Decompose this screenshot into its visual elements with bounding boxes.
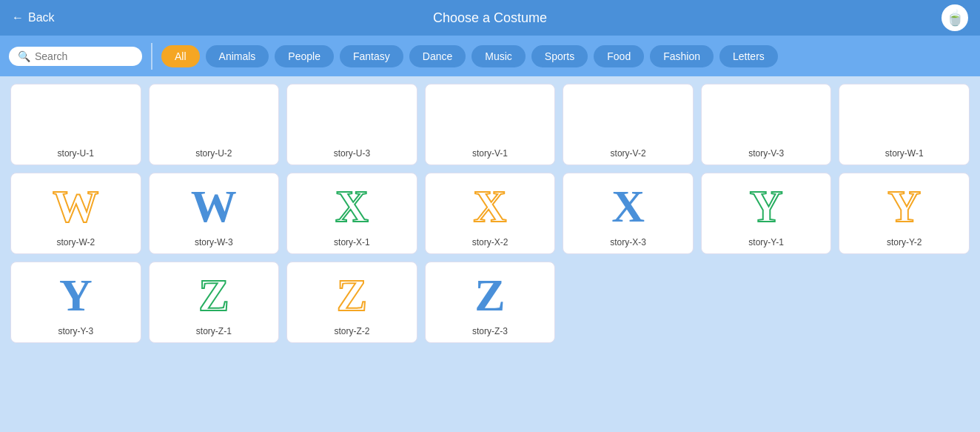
filter-people[interactable]: People	[275, 45, 334, 67]
filter-letters[interactable]: Letters	[719, 45, 778, 67]
list-item[interactable]: X story-X-3	[563, 173, 694, 254]
costume-visual: Y	[887, 179, 921, 233]
list-item[interactable]: Y story-Y-2	[839, 173, 970, 254]
filter-sports[interactable]: Sports	[531, 45, 588, 67]
costume-visual: Z	[337, 268, 367, 322]
costume-visual: Z	[198, 268, 229, 322]
list-item[interactable]: X story-X-2	[425, 173, 556, 254]
costume-label: story-W-3	[195, 237, 233, 247]
list-item[interactable]: story-U-3	[286, 84, 417, 165]
filter-food[interactable]: Food	[594, 45, 644, 67]
back-arrow-icon: ←	[12, 11, 24, 24]
filter-divider	[151, 43, 152, 70]
costume-label: story-Z-1	[196, 326, 232, 336]
filter-dance[interactable]: Dance	[409, 45, 466, 67]
list-item[interactable]: story-U-1	[10, 84, 141, 165]
costume-label: story-V-3	[748, 148, 784, 159]
back-label: Back	[28, 11, 55, 24]
costume-label: story-U-1	[58, 148, 94, 159]
costume-label: story-Y-1	[748, 237, 784, 247]
search-icon: 🔍	[18, 50, 30, 62]
filter-animals[interactable]: Animals	[206, 45, 269, 67]
list-item[interactable]: story-V-3	[701, 84, 832, 165]
search-box[interactable]: 🔍	[9, 47, 142, 66]
search-input[interactable]	[35, 50, 131, 62]
costume-label: story-Y-2	[887, 237, 922, 247]
costume-visual: W	[53, 179, 98, 233]
back-button[interactable]: ← Back	[12, 11, 55, 24]
costume-visual: Y	[750, 179, 783, 233]
costume-visual: X	[474, 179, 507, 233]
costume-label: story-U-2	[195, 148, 232, 159]
list-item[interactable]: Y story-Y-1	[701, 173, 832, 254]
list-item[interactable]: story-W-1	[839, 84, 970, 165]
costume-label: story-W-1	[885, 148, 924, 159]
costume-label: story-W-2	[56, 237, 95, 247]
costume-content[interactable]: story-U-1 story-U-2 story-U-3 story-V-1 …	[0, 76, 980, 432]
costume-visual: Y	[59, 268, 93, 322]
costume-label: story-Z-3	[472, 326, 508, 336]
page-title: Choose a Costume	[433, 10, 547, 26]
costume-label: story-X-3	[610, 237, 646, 247]
list-item[interactable]: story-V-2	[563, 84, 694, 165]
costume-label: story-X-2	[472, 237, 509, 247]
list-item[interactable]: Z story-Z-1	[149, 262, 280, 343]
costume-label: story-V-2	[611, 148, 646, 159]
list-item[interactable]: W story-W-3	[149, 173, 280, 254]
costume-visual: X	[335, 179, 369, 233]
costume-label: story-X-1	[334, 237, 370, 247]
list-item[interactable]: Z story-Z-3	[425, 262, 556, 343]
costume-visual: X	[611, 179, 645, 233]
list-item[interactable]: story-U-2	[149, 84, 280, 165]
list-item[interactable]: story-V-1	[425, 84, 556, 165]
filter-music[interactable]: Music	[471, 45, 526, 67]
costume-label: story-Y-3	[58, 326, 93, 336]
header: ← Back Choose a Costume 🍵	[0, 0, 980, 36]
list-item[interactable]: Z story-Z-2	[286, 262, 417, 343]
avatar: 🍵	[942, 4, 968, 31]
list-item[interactable]: Y story-Y-3	[10, 262, 141, 343]
costume-label: story-U-3	[334, 148, 370, 159]
filter-bar: 🔍 All Animals People Fantasy Dance Music…	[0, 36, 980, 76]
list-item[interactable]: X story-X-1	[286, 173, 417, 254]
list-item[interactable]: W story-W-2	[10, 173, 141, 254]
costume-visual: W	[191, 179, 237, 233]
costume-visual: Z	[474, 268, 505, 322]
filter-all[interactable]: All	[161, 45, 200, 67]
costume-grid: story-U-1 story-U-2 story-U-3 story-V-1 …	[10, 84, 970, 343]
costume-label: story-Z-2	[334, 326, 369, 336]
filter-fashion[interactable]: Fashion	[650, 45, 714, 67]
costume-label: story-V-1	[472, 148, 508, 159]
filter-fantasy[interactable]: Fantasy	[340, 45, 403, 67]
